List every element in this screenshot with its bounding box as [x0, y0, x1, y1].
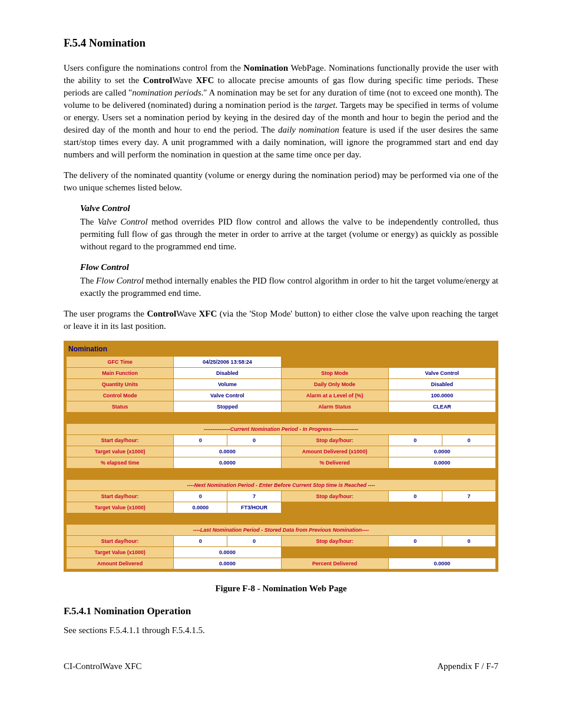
section-next: ----Next Nomination Period - Enter Befor… [67, 480, 496, 491]
cur-start-label: Start day/hour: [67, 435, 174, 446]
page-footer: CI-ControlWave XFC Appendix F / F-7 [64, 660, 498, 673]
alarm-status-label: Alarm Status [281, 401, 388, 413]
subsection-heading: F.5.4.1 Nomination Operation [64, 604, 498, 618]
cur-amount-label: Amount Delivered (x1000) [281, 446, 388, 457]
nxt-target-value[interactable]: 0.0000 [174, 502, 227, 513]
lst-stop-day: 0 [388, 536, 442, 547]
body-paragraph: The delivery of the nominated quantity (… [64, 169, 498, 194]
bold: Nomination [243, 63, 288, 73]
stop-mode-value[interactable]: Valve Control [388, 368, 495, 379]
text: The [80, 217, 98, 226]
cur-start-hour[interactable]: 0 [227, 435, 281, 446]
text: The user programs the [64, 309, 147, 318]
cur-delivered-label: % Delivered [281, 457, 388, 469]
cur-target-label: Target value (x1000) [67, 446, 174, 457]
main-function-label: Main Function [67, 368, 174, 379]
cur-start-day[interactable]: 0 [174, 435, 227, 446]
valve-control-head: Valve Control [80, 202, 498, 215]
italic: daily nomination [278, 125, 339, 134]
cur-delivered-value: 0.0000 [388, 457, 495, 469]
nxt-target-label: Target Value (x1000) [67, 502, 174, 513]
nxt-unit: FT3/HOUR [227, 502, 281, 513]
italic: Flow Control [96, 276, 144, 285]
nxt-stop-label: Stop day/hour: [281, 491, 388, 502]
lst-target-value: 0.0000 [174, 547, 281, 558]
nxt-stop-day[interactable]: 0 [388, 491, 442, 502]
nomination-panel: Nomination GFC Time 04/25/2006 13:58:24 … [64, 341, 498, 572]
bold: XFC [199, 309, 217, 318]
nxt-start-hour[interactable]: 7 [227, 491, 281, 502]
nomination-table: GFC Time 04/25/2006 13:58:24 Main Functi… [66, 356, 496, 569]
bold: Control [147, 309, 176, 318]
lst-start-day: 0 [174, 536, 227, 547]
section-current: ---------------Current Nomination Period… [67, 424, 496, 435]
status-value: Stopped [174, 401, 281, 413]
italic: nomination periods [132, 88, 201, 97]
bold: Control [143, 75, 173, 85]
text: Wave [172, 75, 196, 85]
footer-right: Appendix F / F-7 [437, 660, 498, 673]
body-paragraph: See sections F.5.4.1.1 through F.5.4.1.5… [64, 624, 498, 637]
gfc-time-label: GFC Time [67, 357, 174, 368]
body-paragraph: The user programs the ControlWave XFC (v… [64, 308, 498, 332]
main-function-value[interactable]: Disabled [174, 368, 281, 379]
text: Users configure the nominations control … [64, 63, 243, 73]
bold: XFC [196, 75, 214, 85]
italic: Valve Control [98, 217, 148, 226]
alarm-status-value: CLEAR [388, 401, 495, 413]
lst-percent-value: 0.0000 [388, 558, 495, 569]
alarm-level-label: Alarm at a Level of (%) [281, 390, 388, 401]
lst-target-label: Target Value (x1000) [67, 547, 174, 558]
cur-stop-hour[interactable]: 0 [442, 435, 495, 446]
cur-elapsed-label: % elapsed time [67, 457, 174, 469]
flow-control-body: The Flow Control method internally enabl… [80, 275, 498, 299]
gfc-time-value: 04/25/2006 13:58:24 [174, 357, 281, 368]
section-last: ----Last Nomination Period - Stored Data… [67, 525, 496, 536]
stop-mode-label: Stop Mode [281, 368, 388, 379]
cur-elapsed-value: 0.0000 [174, 457, 281, 469]
lst-amount-label: Amount Delivered [67, 558, 174, 569]
daily-mode-label: Daily Only Mode [281, 379, 388, 390]
alarm-level-value[interactable]: 100.0000 [388, 390, 495, 401]
status-label: Status [67, 401, 174, 413]
panel-title: Nomination [66, 343, 496, 357]
nxt-stop-hour[interactable]: 7 [442, 491, 495, 502]
italic: target [315, 100, 335, 110]
text: Wave [176, 309, 199, 318]
nxt-start-label: Start day/hour: [67, 491, 174, 502]
section-heading: F.5.4 Nomination [64, 35, 498, 51]
nxt-start-day[interactable]: 0 [174, 491, 227, 502]
lst-percent-label: Percent Delivered [281, 558, 388, 569]
quantity-units-label: Quantity Units [67, 379, 174, 390]
figure-caption: Figure F-8 - Nomination Web Page [64, 582, 498, 595]
lst-stop-hour: 0 [442, 536, 495, 547]
lst-stop-label: Stop day/hour: [281, 536, 388, 547]
lst-start-hour: 0 [227, 536, 281, 547]
text: The [80, 276, 96, 285]
lst-start-label: Start day/hour: [67, 536, 174, 547]
cur-stop-day[interactable]: 0 [388, 435, 442, 446]
intro-paragraph: Users configure the nominations control … [64, 62, 498, 161]
cur-target-value[interactable]: 0.0000 [174, 446, 281, 457]
lst-amount-value: 0.0000 [174, 558, 281, 569]
quantity-units-value[interactable]: Volume [174, 379, 281, 390]
control-mode-value[interactable]: Valve Control [174, 390, 281, 401]
cur-stop-label: Stop day/hour: [281, 435, 388, 446]
cur-amount-value: 0.0000 [388, 446, 495, 457]
control-mode-label: Control Mode [67, 390, 174, 401]
footer-left: CI-ControlWave XFC [64, 660, 142, 673]
daily-mode-value[interactable]: Disabled [388, 379, 495, 390]
valve-control-body: The Valve Control method overrides PID f… [80, 216, 498, 253]
flow-control-head: Flow Control [80, 261, 498, 274]
